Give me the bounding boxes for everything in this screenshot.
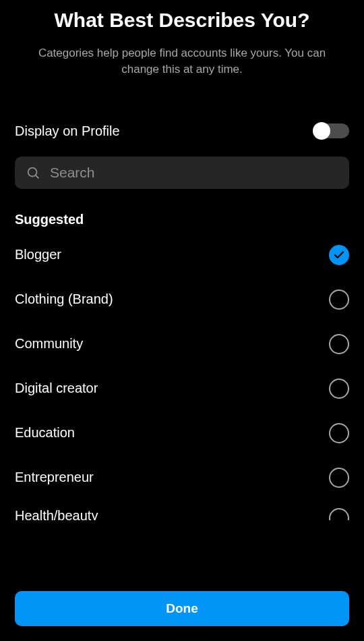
category-label: Education	[15, 425, 75, 441]
search-box[interactable]	[15, 157, 349, 189]
category-item-education[interactable]: Education	[15, 411, 349, 455]
radio-selected[interactable]	[329, 245, 349, 265]
toggle-knob	[313, 122, 330, 140]
display-on-profile-row: Display on Profile	[15, 123, 349, 139]
category-item-partial[interactable]: Health/beauty	[15, 500, 349, 520]
radio-unselected[interactable]	[329, 468, 349, 488]
category-label: Digital creator	[15, 381, 98, 396]
done-button[interactable]: Done	[15, 591, 349, 626]
category-label: Community	[15, 336, 83, 352]
category-item-clothing-brand[interactable]: Clothing (Brand)	[15, 277, 349, 322]
page-header: What Best Describes You? Categories help…	[0, 0, 364, 78]
category-label: Blogger	[15, 247, 61, 262]
page-subtitle: Categories help people find accounts lik…	[13, 45, 351, 78]
category-item-entrepreneur[interactable]: Entrepreneur	[15, 455, 349, 500]
radio-unselected[interactable]	[329, 334, 349, 354]
category-item-blogger[interactable]: Blogger	[15, 233, 349, 277]
category-item-digital-creator[interactable]: Digital creator	[15, 366, 349, 411]
radio-unselected[interactable]	[329, 508, 349, 520]
suggested-heading: Suggested	[15, 212, 349, 227]
search-icon	[26, 165, 40, 180]
svg-line-1	[36, 175, 39, 178]
display-on-profile-label: Display on Profile	[15, 123, 120, 139]
footer: Done	[0, 583, 364, 641]
category-label: Health/beauty	[15, 508, 98, 520]
radio-unselected[interactable]	[329, 423, 349, 443]
category-label: Clothing (Brand)	[15, 291, 113, 307]
page-title: What Best Describes You?	[13, 7, 351, 33]
content-area: Display on Profile Suggested Blogger Clo…	[0, 123, 364, 520]
radio-unselected[interactable]	[329, 289, 349, 310]
category-label: Entrepreneur	[15, 470, 94, 485]
search-input[interactable]	[50, 165, 338, 181]
radio-unselected[interactable]	[329, 379, 349, 399]
category-item-community[interactable]: Community	[15, 322, 349, 366]
svg-point-0	[28, 167, 37, 176]
category-list: Blogger Clothing (Brand) Community Digit…	[15, 233, 349, 520]
display-on-profile-toggle[interactable]	[314, 123, 349, 138]
